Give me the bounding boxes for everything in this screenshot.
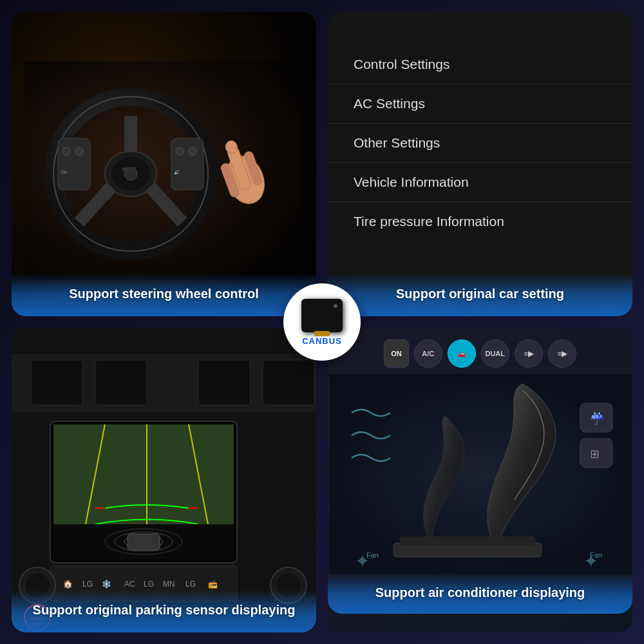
ac-on-btn[interactable]: ON	[384, 339, 409, 368]
svg-rect-26	[31, 360, 82, 405]
svg-point-13	[75, 147, 83, 155]
svg-rect-29	[263, 360, 314, 405]
ac-controls-row: ON A/C 🚗 DUAL ≡▶ ≡▶	[328, 328, 632, 374]
ac-panel: ON A/C 🚗 DUAL ≡▶ ≡▶	[328, 328, 632, 632]
main-grid: MODE OK OK 🔊	[0, 0, 644, 644]
steering-wheel-panel: MODE OK OK 🔊	[12, 12, 316, 316]
ac-ac-btn[interactable]: A/C	[414, 339, 442, 368]
svg-text:LG: LG	[82, 580, 93, 589]
steering-wheel-svg: MODE OK OK 🔊	[24, 61, 301, 280]
svg-point-12	[62, 147, 70, 155]
svg-rect-64	[400, 536, 535, 545]
settings-list: Control SettingsAC SettingsOther Setting…	[328, 12, 632, 274]
svg-text:OK: OK	[61, 170, 67, 175]
svg-rect-31	[53, 424, 234, 524]
settings-item-4[interactable]: Tire pressure Information	[328, 202, 632, 241]
steering-caption: Support steering wheel control	[24, 285, 303, 302]
svg-point-17	[189, 147, 196, 155]
settings-panel: Control SettingsAC SettingsOther Setting…	[328, 12, 632, 316]
svg-text:AC: AC	[124, 580, 135, 589]
svg-text:Fan: Fan	[366, 551, 379, 559]
canbus-badge: CANBUS	[283, 283, 361, 361]
svg-text:❄️: ❄️	[102, 579, 111, 589]
parking-caption-bg: Support original parking sensor displayi…	[12, 590, 316, 632]
svg-text:LG: LG	[185, 580, 196, 589]
settings-item-0[interactable]: Control Settings	[328, 45, 632, 84]
svg-point-16	[176, 147, 184, 155]
ac-vent1-btn[interactable]: ≡▶	[515, 339, 543, 368]
ac-dual-btn[interactable]: DUAL	[481, 339, 509, 368]
canbus-device	[301, 299, 343, 332]
ac-caption: Support air conditioner displaying	[341, 584, 620, 601]
svg-text:MN: MN	[163, 580, 175, 589]
canbus-connector	[314, 331, 330, 336]
ac-vent2-btn[interactable]: ≡▶	[548, 339, 576, 368]
svg-text:☔: ☔	[590, 412, 605, 426]
parking-scene: 🏠 LG ❄️ AC LG MN LG 📻 START STOP Suppo	[12, 328, 316, 632]
svg-rect-11	[58, 138, 90, 190]
svg-text:Fan: Fan	[590, 551, 602, 559]
steering-caption-bg: Support steering wheel control	[12, 274, 316, 316]
svg-rect-41	[128, 534, 160, 550]
ac-main-svg: ☔ ⊞	[329, 374, 632, 574]
ac-display: ON A/C 🚗 DUAL ≡▶ ≡▶	[328, 328, 632, 632]
svg-text:📻: 📻	[208, 579, 218, 589]
svg-rect-27	[95, 360, 147, 405]
svg-rect-15	[171, 138, 204, 190]
steering-scene: MODE OK OK 🔊	[12, 12, 316, 316]
ac-car-btn[interactable]: 🚗	[448, 339, 476, 368]
svg-point-7	[124, 167, 137, 180]
svg-text:🏠: 🏠	[63, 579, 73, 589]
svg-text:🔊: 🔊	[174, 169, 180, 175]
settings-caption: Support original car setting	[341, 285, 620, 302]
ac-caption-bg: Support air conditioner displaying	[328, 574, 632, 614]
canbus-label: CANBUS	[302, 336, 342, 346]
parking-svg: 🏠 LG ❄️ AC LG MN LG 📻 START STOP	[12, 328, 316, 632]
parking-panel: 🏠 LG ❄️ AC LG MN LG 📻 START STOP Suppo	[12, 328, 316, 632]
parking-caption: Support original parking sensor displayi…	[24, 601, 303, 618]
settings-caption-bg: Support original car setting	[328, 274, 632, 316]
svg-rect-28	[198, 360, 250, 405]
settings-item-1[interactable]: AC Settings	[328, 84, 632, 124]
settings-item-2[interactable]: Other Settings	[328, 124, 632, 163]
svg-text:⊞: ⊞	[590, 448, 600, 460]
steering-wheel-image: MODE OK OK 🔊	[12, 12, 316, 316]
settings-item-3[interactable]: Vehicle Information	[328, 163, 632, 202]
settings-list-container: Control SettingsAC SettingsOther Setting…	[328, 12, 632, 316]
svg-text:LG: LG	[144, 580, 154, 589]
